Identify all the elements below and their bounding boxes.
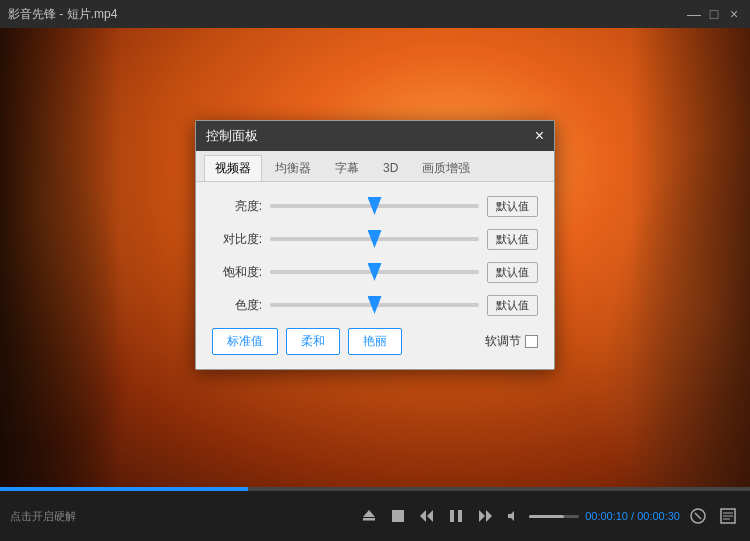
svg-rect-1	[363, 518, 375, 521]
svg-marker-0	[363, 510, 375, 517]
saturation-default-button[interactable]: 默认值	[487, 262, 538, 283]
video-area: 控制面板 × 视频器 均衡器 字幕 3D 画质增强 亮度:	[0, 28, 750, 487]
edge-shadow-right	[630, 28, 750, 487]
mute-icon	[690, 508, 706, 524]
preset-soft-button[interactable]: 柔和	[286, 328, 340, 355]
pause-icon	[449, 509, 463, 523]
preset-row: 标准值 柔和 艳丽 软调节	[212, 328, 538, 355]
player-window: 影音先锋 - 短片.mp4 — □ × 控制面板 × 视频器	[0, 0, 750, 541]
contrast-fill	[270, 237, 375, 241]
soft-adjust-container: 软调节	[485, 333, 538, 350]
svg-rect-5	[450, 510, 454, 522]
edge-shadow-left	[0, 28, 120, 487]
next-button[interactable]	[473, 507, 497, 525]
svg-marker-4	[427, 510, 433, 522]
tab-enhance[interactable]: 画质增强	[411, 155, 481, 181]
control-panel-dialog: 控制面板 × 视频器 均衡器 字幕 3D 画质增强 亮度:	[195, 120, 555, 370]
progress-bar[interactable]	[0, 487, 750, 491]
brightness-label: 亮度:	[212, 198, 262, 215]
preset-standard-button[interactable]: 标准值	[212, 328, 278, 355]
brightness-row: 亮度: 默认值	[212, 196, 538, 217]
svg-marker-9	[508, 511, 514, 521]
stop-icon	[391, 509, 405, 523]
hue-slider[interactable]	[270, 303, 479, 307]
svg-rect-6	[458, 510, 462, 522]
time-separator: /	[628, 510, 637, 522]
tab-video[interactable]: 视频器	[204, 155, 262, 181]
stop-button[interactable]	[387, 507, 409, 525]
progress-fill	[0, 487, 248, 491]
dialog-header: 控制面板 ×	[196, 121, 554, 151]
pause-button[interactable]	[445, 507, 467, 525]
dialog-tabs: 视频器 均衡器 字幕 3D 画质增强	[196, 151, 554, 182]
saturation-row: 饱和度: 默认值	[212, 262, 538, 283]
next-icon	[477, 509, 493, 523]
volume-down-button[interactable]	[503, 508, 523, 524]
svg-marker-7	[479, 510, 485, 522]
volume-down-icon	[507, 510, 519, 522]
time-display: 00:00:10 / 00:00:30	[585, 510, 680, 522]
tab-3d[interactable]: 3D	[372, 155, 409, 181]
saturation-fill	[270, 270, 375, 274]
hue-default-button[interactable]: 默认值	[487, 295, 538, 316]
volume-slider[interactable]	[529, 515, 579, 518]
soft-adjust-label: 软调节	[485, 333, 521, 350]
contrast-slider[interactable]	[270, 237, 479, 241]
hue-row: 色度: 默认值	[212, 295, 538, 316]
bottom-bar: 点击开启硬解	[0, 487, 750, 541]
preset-vivid-button[interactable]: 艳丽	[348, 328, 402, 355]
tab-equalizer[interactable]: 均衡器	[264, 155, 322, 181]
prev-icon	[419, 509, 435, 523]
hue-label: 色度:	[212, 297, 262, 314]
close-button[interactable]: ×	[726, 6, 742, 22]
svg-line-11	[695, 513, 701, 519]
brightness-fill	[270, 204, 375, 208]
svg-rect-2	[392, 510, 404, 522]
brightness-default-button[interactable]: 默认值	[487, 196, 538, 217]
contrast-label: 对比度:	[212, 231, 262, 248]
eject-button[interactable]	[357, 506, 381, 526]
prev-button[interactable]	[415, 507, 439, 525]
playlist-button[interactable]	[716, 506, 740, 526]
eject-icon	[361, 508, 377, 524]
svg-marker-8	[486, 510, 492, 522]
maximize-button[interactable]: □	[706, 6, 722, 22]
volume-fill	[529, 515, 564, 518]
controls-row: 点击开启硬解	[0, 491, 750, 541]
brightness-slider[interactable]	[270, 204, 479, 208]
tab-subtitle[interactable]: 字幕	[324, 155, 370, 181]
title-bar: 影音先锋 - 短片.mp4 — □ ×	[0, 0, 750, 28]
title-controls: — □ ×	[686, 6, 742, 22]
time-current: 00:00:10	[585, 510, 628, 522]
dialog-title: 控制面板	[206, 127, 258, 145]
minimize-button[interactable]: —	[686, 6, 702, 22]
status-text: 点击开启硬解	[10, 509, 76, 524]
dialog-content: 亮度: 默认值 对比度: 默认值	[196, 182, 554, 369]
time-total: 00:00:30	[637, 510, 680, 522]
dialog-close-button[interactable]: ×	[535, 128, 544, 144]
window-title: 影音先锋 - 短片.mp4	[8, 6, 117, 23]
contrast-row: 对比度: 默认值	[212, 229, 538, 250]
saturation-label: 饱和度:	[212, 264, 262, 281]
soft-adjust-checkbox[interactable]	[525, 335, 538, 348]
contrast-default-button[interactable]: 默认值	[487, 229, 538, 250]
playlist-icon	[720, 508, 736, 524]
hue-fill	[270, 303, 375, 307]
saturation-slider[interactable]	[270, 270, 479, 274]
svg-marker-3	[420, 510, 426, 522]
mute-button[interactable]	[686, 506, 710, 526]
